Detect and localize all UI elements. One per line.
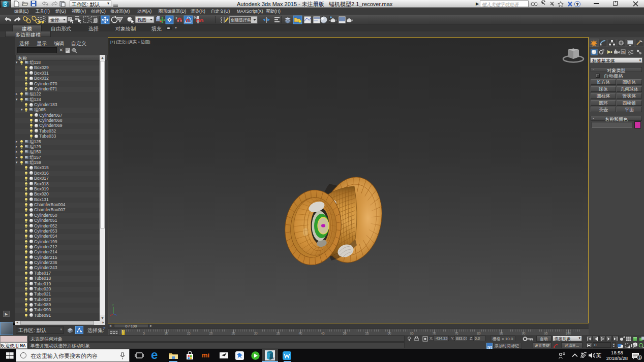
svg-text:Y: Y xyxy=(112,304,114,307)
svg-text:全部: 全部 xyxy=(50,17,59,22)
svg-text:视图: 视图 xyxy=(137,17,146,22)
svg-text:1: 1 xyxy=(638,355,641,360)
svg-text:m: m xyxy=(622,50,625,54)
svg-text:创建选择集: 创建选择集 xyxy=(230,18,251,22)
svg-text:MAX: MAX xyxy=(269,357,274,360)
svg-text:3: 3 xyxy=(175,16,177,20)
svg-text:?: ? xyxy=(576,2,579,7)
